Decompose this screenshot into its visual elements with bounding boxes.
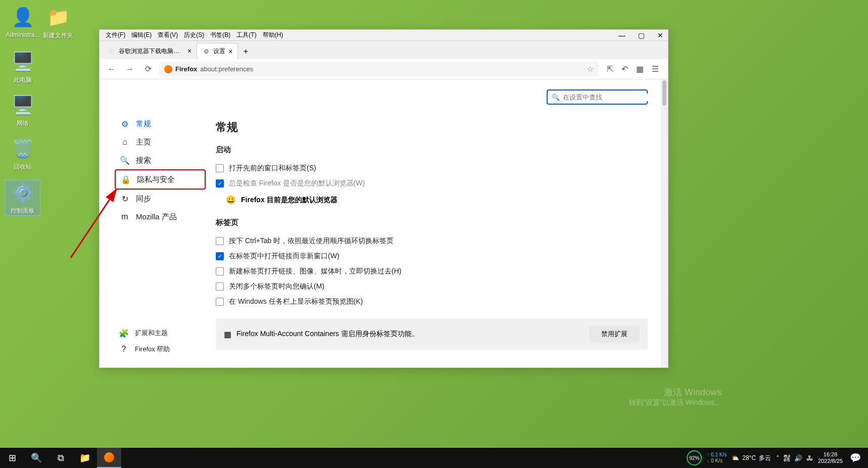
url-text: about:preferences [200, 65, 253, 73]
menu-帮助(H)[interactable]: 帮助(H) [260, 31, 286, 39]
sidebar-item-主页[interactable]: ⌂主页 [115, 133, 206, 151]
tray-up-icon[interactable]: ˄ [776, 454, 780, 462]
sidebar-item-搜索[interactable]: 🔍搜索 [115, 151, 206, 169]
container-icon: ▦ [224, 330, 231, 339]
desktop-icon-回收站[interactable]: 🗑️回收站 [5, 136, 40, 171]
tab-title: 谷歌浏览器下载电脑版_谷歌浏... [119, 47, 184, 56]
forward-button[interactable]: → [123, 62, 137, 76]
weather-widget[interactable]: ⛅ 28°C 多云 [732, 454, 771, 462]
windows-activation-watermark: 激活 Windows 转到"设置"以激活 Windows。 [629, 386, 721, 407]
search-button[interactable]: 🔍 [24, 448, 49, 468]
confirm-close-tabs-option[interactable]: 关闭多个标签页时向您确认(M) [216, 279, 648, 294]
sidebar-item-Mozilla 产品[interactable]: mMozilla 产品 [115, 208, 206, 226]
network-icon[interactable]: 🖧 [806, 454, 813, 462]
url-product: Firefox [175, 65, 197, 73]
task-view-button[interactable]: ⧉ [49, 448, 73, 468]
desktop-icon-此电脑[interactable]: 🖥️此电脑 [5, 50, 40, 84]
battery-indicator[interactable]: 92% [687, 450, 702, 465]
checkbox-unchecked[interactable] [216, 283, 224, 291]
weather-icon: ⛅ [732, 454, 739, 461]
checkbox-checked[interactable]: ✓ [216, 252, 224, 260]
restore-session-option[interactable]: 打开先前的窗口和标签页(S) [216, 161, 648, 176]
menu-编辑(E)[interactable]: 编辑(E) [128, 31, 155, 39]
settings-search-input[interactable] [563, 93, 648, 101]
menu-历史(S)[interactable]: 历史(S) [181, 31, 207, 39]
menu-工具(T)[interactable]: 工具(T) [233, 31, 259, 39]
startup-heading: 启动 [216, 145, 648, 155]
network-stats[interactable]: ↑ 0.1 K/s ↓ 0 K/s [707, 452, 727, 464]
new-tab-button[interactable]: + [238, 44, 253, 59]
maximize-button[interactable]: ▢ [637, 31, 646, 40]
extension-icon[interactable]: ⇱ [607, 64, 613, 74]
settings-search[interactable]: 🔍 [547, 89, 648, 105]
sidebar-icon: m [120, 212, 130, 222]
ctrl-tab-option[interactable]: 按下 Ctrl+Tab 时，依照最近使用顺序循环切换标签页 [216, 233, 648, 249]
volume-icon[interactable]: 🔊 [794, 454, 802, 462]
tab-close-icon[interactable]: × [228, 48, 232, 56]
sidebar-item-扩展和主题[interactable]: 🧩扩展和主题 [115, 325, 174, 341]
minimize-button[interactable]: — [617, 31, 626, 40]
tab-title: 设置 [213, 47, 225, 56]
sidebar-label: Mozilla 产品 [136, 212, 177, 222]
smile-icon: 😀 [226, 195, 236, 205]
desktop-glyph: 🗑️ [11, 136, 35, 161]
menu-查看(V)[interactable]: 查看(V) [155, 31, 181, 39]
checkbox-unchecked[interactable] [216, 164, 224, 172]
close-button[interactable]: ✕ [656, 31, 665, 40]
scrollbar[interactable] [661, 79, 668, 367]
notifications-button[interactable]: 💬 [848, 448, 863, 468]
desktop-icon-网络[interactable]: 🖥️网络 [5, 93, 40, 128]
checkbox-unchecked[interactable] [216, 298, 224, 306]
firefox-logo-icon [164, 65, 172, 73]
disable-extension-button[interactable]: 禁用扩展 [589, 325, 640, 343]
sidebar-icon: ⌂ [120, 137, 130, 147]
reload-button[interactable]: ⟳ [141, 62, 155, 76]
sidebar-item-常规[interactable]: ⚙常规 [115, 115, 206, 133]
sidebar-item-Firefox 帮助[interactable]: ?Firefox 帮助 [115, 341, 174, 357]
checkbox-unchecked[interactable] [216, 267, 224, 275]
bookmark-star-icon[interactable]: ☆ [587, 64, 594, 74]
switch-new-tab-option[interactable]: 新建标签页打开链接、图像、媒体时，立即切换过去(H) [216, 264, 648, 279]
taskbar-preview-option[interactable]: 在 Windows 任务栏上显示标签页预览图(K) [216, 294, 648, 309]
desktop-glyph: ⚙️ [11, 180, 35, 205]
back-button[interactable]: ← [105, 62, 119, 76]
start-button[interactable]: ⊞ [0, 448, 24, 468]
sidebar-icon: 🧩 [119, 328, 129, 338]
open-links-tabs-option[interactable]: ✓ 在标签页中打开链接而非新窗口(W) [216, 249, 648, 264]
tab-icon: ⚙ [202, 48, 210, 56]
tab[interactable]: ⚙设置× [197, 43, 238, 59]
checkbox-checked[interactable]: ✓ [216, 179, 224, 188]
page-title: 常规 [216, 120, 648, 135]
desktop-glyph: 📁 [46, 5, 70, 29]
menu-书签(B)[interactable]: 书签(B) [207, 31, 233, 39]
settings-main: 🔍 常规 启动 打开先前的窗口和标签页(S) ✓ 总是检查 Firefox 是否… [211, 79, 668, 367]
checkbox-unchecked[interactable] [216, 237, 224, 245]
apps-icon[interactable]: ▦ [636, 64, 644, 74]
clock[interactable]: 16:28 2022/8/25 [818, 451, 843, 464]
sidebar-label: 扩展和主题 [135, 329, 168, 338]
sidebar-item-同步[interactable]: ↻同步 [115, 190, 206, 208]
default-browser-check-option[interactable]: ✓ 总是检查 Firefox 是否是您的默认浏览器(W) [216, 176, 648, 191]
url-bar[interactable]: Firefox about:preferences ☆ [159, 62, 599, 77]
menu-文件(F)[interactable]: 文件(F) [103, 31, 128, 39]
tabs-heading: 标签页 [216, 218, 648, 227]
desktop-icon-控制面板[interactable]: ⚙️控制面板 [5, 180, 40, 216]
ime-icon[interactable]: ㍿ [784, 454, 790, 462]
firefox-taskbar-button[interactable] [97, 448, 121, 468]
desktop-icon-Administra...[interactable]: 👤Administra... [5, 5, 40, 38]
tab[interactable]: ⬤谷歌浏览器下载电脑版_谷歌浏...× [103, 43, 197, 59]
desktop-glyph: 🖥️ [11, 93, 35, 117]
sidebar-item-隐私与安全[interactable]: 🔒隐私与安全 [115, 169, 206, 190]
sidebar-label: 常规 [136, 119, 151, 129]
desktop-icon-新建文件夹[interactable]: 📁新建文件夹 [40, 5, 76, 40]
system-tray[interactable]: ˄ ㍿ 🔊 🖧 [776, 454, 813, 462]
tab-close-icon[interactable]: × [187, 47, 191, 55]
hamburger-menu-icon[interactable]: ☰ [652, 64, 659, 74]
undo-icon[interactable]: ↶ [621, 64, 628, 74]
desktop-glyph: 🖥️ [11, 50, 35, 74]
tab-icon: ⬤ [108, 47, 116, 55]
file-explorer-button[interactable]: 📁 [73, 448, 97, 468]
firefox-window: 文件(F)编辑(E)查看(V)历史(S)书签(B)工具(T)帮助(H) — ▢ … [99, 29, 668, 368]
tab-bar: ⬤谷歌浏览器下载电脑版_谷歌浏...×⚙设置× + [100, 41, 668, 59]
toolbar: ← → ⟳ Firefox about:preferences ☆ ⇱ ↶ ▦ … [100, 59, 668, 79]
